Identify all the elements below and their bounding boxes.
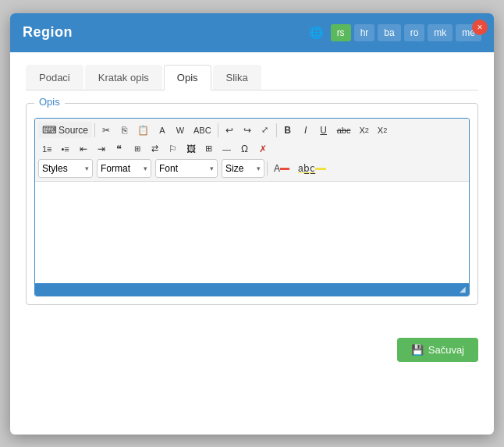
toolbar-row-2: 1≡ •≡ ⇤ ⇥ ❝ ⊞ ⇄ ⚐ 🖼 ⊞ — Ω ✗ bbox=[38, 140, 466, 158]
copy-button[interactable]: ⎘ bbox=[115, 122, 133, 139]
paste-word-button[interactable]: W bbox=[172, 122, 189, 139]
close-button[interactable]: × bbox=[472, 20, 488, 35]
tab-bar: Podaci Kratak opis Opis Slika bbox=[26, 65, 478, 90]
cut-button[interactable]: ✂ bbox=[98, 122, 115, 139]
size-label: Size bbox=[225, 163, 243, 174]
format-dropdown[interactable]: Format ▾ bbox=[97, 159, 151, 178]
create-div-button[interactable]: ⊞ bbox=[129, 140, 146, 158]
modal-header: Region 🌐 rs hr ba ro mk me bbox=[10, 13, 494, 52]
tab-opis[interactable]: Opis bbox=[164, 65, 211, 90]
italic-button[interactable]: I bbox=[297, 122, 314, 139]
lang-tab-globe[interactable]: 🌐 bbox=[305, 24, 328, 41]
editor-statusbar: ◢ bbox=[35, 283, 469, 296]
editor-content[interactable] bbox=[35, 182, 469, 283]
editor-container: ⌨ Source ✂ ⎘ 📋 A W ABC ↩ ↪ ⤢ bbox=[34, 118, 470, 296]
undo-button[interactable]: ↩ bbox=[221, 122, 238, 139]
tab-podaci[interactable]: Podaci bbox=[26, 65, 83, 90]
subscript-button[interactable]: X2 bbox=[355, 122, 372, 139]
redo-button[interactable]: ↪ bbox=[239, 122, 256, 139]
blockquote-button[interactable]: ❝ bbox=[111, 140, 128, 158]
superscript-button[interactable]: X2 bbox=[374, 122, 391, 139]
font-dropdown[interactable]: Font ▾ bbox=[155, 159, 218, 178]
modal: × Region 🌐 rs hr ba ro mk me Podaci Krat… bbox=[10, 13, 494, 435]
lang-tab-ro[interactable]: ro bbox=[404, 24, 425, 41]
underline-button[interactable]: U bbox=[315, 122, 332, 139]
modal-footer: 💾 Sačuvaj bbox=[10, 330, 494, 370]
ordered-list-button[interactable]: 1≡ bbox=[38, 140, 56, 158]
modal-body: Podaci Kratak opis Opis Slika Opis ⌨ Sou… bbox=[10, 52, 494, 330]
remove-format-button[interactable]: ✗ bbox=[254, 140, 272, 158]
lang-tab-rs[interactable]: rs bbox=[331, 24, 351, 41]
resize-handle-icon: ◢ bbox=[460, 285, 466, 293]
lang-tab-mk[interactable]: mk bbox=[428, 24, 453, 41]
size-dropdown[interactable]: Size ▾ bbox=[222, 159, 264, 178]
source-button[interactable]: ⌨ Source bbox=[38, 122, 92, 138]
outdent-button[interactable]: ⇤ bbox=[75, 140, 92, 158]
font-label: Font bbox=[159, 163, 178, 174]
maximize-button[interactable]: ⤢ bbox=[257, 122, 274, 139]
save-icon: 💾 bbox=[411, 344, 424, 356]
save-button[interactable]: 💾 Sačuvaj bbox=[397, 338, 478, 362]
opis-section: Opis ⌨ Source ✂ ⎘ 📋 A W bbox=[26, 103, 478, 305]
editor-toolbar: ⌨ Source ✂ ⎘ 📋 A W ABC ↩ ↪ ⤢ bbox=[35, 119, 469, 182]
paste-button[interactable]: 📋 bbox=[133, 122, 153, 139]
indent-button[interactable]: ⇥ bbox=[93, 140, 110, 158]
unordered-list-button[interactable]: •≡ bbox=[57, 140, 74, 158]
styles-dropdown[interactable]: Styles ▾ bbox=[38, 159, 93, 178]
save-label: Sačuvaj bbox=[428, 344, 464, 356]
section-label: Opis bbox=[34, 96, 65, 108]
bold-button[interactable]: B bbox=[279, 122, 296, 139]
table-button[interactable]: ⊞ bbox=[201, 140, 218, 158]
sep-3 bbox=[276, 123, 277, 137]
flag-button[interactable]: ⚐ bbox=[165, 140, 182, 158]
spellcheck-button[interactable]: ABC bbox=[190, 122, 215, 139]
close-icon: × bbox=[477, 23, 482, 32]
lang-tab-hr[interactable]: hr bbox=[354, 24, 375, 41]
modal-title: Region bbox=[23, 24, 73, 41]
highlight-icon: ab̲c̲ bbox=[298, 163, 315, 174]
sep-2 bbox=[218, 123, 218, 137]
lang-tab-ba[interactable]: ba bbox=[378, 24, 400, 41]
image-button[interactable]: 🖼 bbox=[183, 140, 200, 158]
styles-arrow-icon: ▾ bbox=[85, 165, 89, 172]
paste-text-button[interactable]: A bbox=[154, 122, 171, 139]
source-icon: ⌨ bbox=[42, 124, 57, 136]
font-color-button[interactable]: A bbox=[270, 160, 293, 177]
font-color-icon: A bbox=[274, 163, 280, 174]
styles-label: Styles bbox=[42, 163, 68, 174]
highlight-indicator bbox=[315, 168, 326, 170]
sep-1 bbox=[94, 123, 95, 137]
toolbar-row-1: ⌨ Source ✂ ⎘ 📋 A W ABC ↩ ↪ ⤢ bbox=[38, 122, 466, 139]
tab-kratak-opis[interactable]: Kratak opis bbox=[85, 65, 162, 90]
lang-tabs: 🌐 rs hr ba ro mk me bbox=[305, 24, 481, 41]
tab-slika[interactable]: Slika bbox=[213, 65, 261, 90]
sep-4 bbox=[267, 161, 268, 176]
highlight-button[interactable]: ab̲c̲ bbox=[294, 160, 330, 177]
format-arrow-icon: ▾ bbox=[144, 165, 147, 172]
format-label: Format bbox=[101, 163, 130, 174]
special-char-button[interactable]: Ω bbox=[236, 140, 254, 158]
toolbar-row-3: Styles ▾ Format ▾ Font ▾ Size bbox=[38, 159, 466, 178]
size-arrow-icon: ▾ bbox=[257, 165, 261, 172]
bidirectional-button[interactable]: ⇄ bbox=[147, 140, 164, 158]
strikethrough-button[interactable]: abc bbox=[333, 122, 355, 139]
source-label: Source bbox=[59, 125, 88, 136]
horizontal-rule-button[interactable]: — bbox=[218, 140, 236, 158]
font-color-indicator bbox=[280, 168, 289, 170]
font-arrow-icon: ▾ bbox=[210, 165, 214, 172]
